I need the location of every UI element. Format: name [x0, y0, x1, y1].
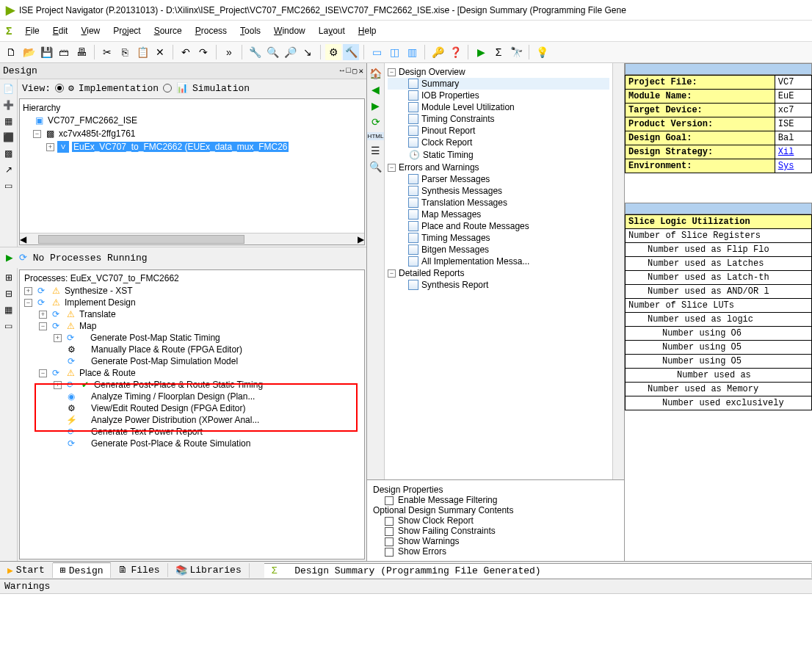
- menu-tools[interactable]: Tools: [240, 26, 261, 36]
- menu-layout[interactable]: Layout: [319, 26, 345, 36]
- menu-process[interactable]: Process: [195, 26, 227, 36]
- help-icon[interactable]: ❓: [447, 44, 463, 60]
- expand-icon[interactable]: +: [46, 143, 54, 151]
- collapse-icon[interactable]: −: [33, 130, 41, 138]
- impl-radio[interactable]: [55, 84, 64, 93]
- ov-item[interactable]: Synthesis Report: [388, 279, 609, 291]
- max-icon[interactable]: ▢: [352, 66, 358, 76]
- ov-summary[interactable]: Summary: [388, 78, 609, 90]
- back-icon[interactable]: ◀: [371, 84, 380, 95]
- home-icon[interactable]: 🏠: [369, 68, 382, 79]
- ov-item[interactable]: Timing Messages: [388, 232, 609, 244]
- launch-icon[interactable]: ↗: [2, 163, 15, 176]
- hscrollbar[interactable]: ◀▶: [20, 233, 364, 245]
- proc-gpm-sim[interactable]: ⟳Generate Post-Map Simulation Model: [21, 355, 363, 367]
- strip-icon[interactable]: ⊞: [2, 271, 15, 284]
- refresh-icon[interactable]: ⟳: [19, 252, 27, 264]
- print-icon[interactable]: 🖶: [73, 44, 90, 60]
- tab-start[interactable]: ▶Start: [0, 563, 53, 578]
- cut-icon[interactable]: ✂: [99, 44, 115, 60]
- proc-gppr-sim[interactable]: ⟳Generate Post-Place & Route Simulation: [21, 438, 363, 449]
- hammer-icon[interactable]: 🔨: [343, 44, 359, 60]
- redo-icon[interactable]: ↷: [195, 44, 211, 60]
- proc-impl[interactable]: −⟳⚠Implement Design: [21, 297, 363, 308]
- more-icon[interactable]: »: [221, 44, 237, 60]
- ov-item[interactable]: Bitgen Messages: [388, 244, 609, 256]
- chk-se[interactable]: Show Errors: [373, 546, 618, 557]
- chk-sfc[interactable]: Show Failing Constraints: [373, 526, 618, 536]
- strip-icon[interactable]: ⊟: [2, 287, 15, 300]
- grid-icon[interactable]: ▩: [2, 147, 15, 160]
- min-icon[interactable]: □: [346, 66, 351, 76]
- ov-item[interactable]: Map Messages: [388, 209, 609, 220]
- proc-map[interactable]: −⟳⚠Map: [21, 320, 363, 332]
- win2-icon[interactable]: ◫: [386, 44, 402, 60]
- device-node[interactable]: − ▩ xc7vx485t-2ffg1761: [23, 127, 361, 140]
- sigma-icon[interactable]: Σ: [6, 25, 12, 37]
- vscrollbar[interactable]: [612, 63, 624, 479]
- tab-files[interactable]: 🗎Files: [111, 563, 167, 577]
- tab-summary[interactable]: Σ Design Summary (Programming File Gener…: [264, 563, 812, 578]
- new-icon[interactable]: 🗋: [3, 44, 19, 60]
- doc-icon[interactable]: 📄: [2, 82, 15, 95]
- run-icon[interactable]: ▶: [473, 44, 489, 60]
- chip-icon[interactable]: ▦: [2, 115, 15, 128]
- ov-item[interactable]: Pinout Report: [388, 125, 609, 137]
- reload-icon[interactable]: ⟳: [371, 116, 380, 128]
- sigma2-icon[interactable]: Σ: [490, 44, 507, 60]
- strip-icon[interactable]: ▦: [2, 303, 15, 316]
- menu-file[interactable]: File: [25, 26, 39, 36]
- chk-sw[interactable]: Show Warnings: [373, 536, 618, 546]
- ov-item[interactable]: 🕒Static Timing: [388, 148, 609, 162]
- search2-icon[interactable]: 🔍: [369, 161, 382, 173]
- layout-icon[interactable]: ▭: [2, 179, 15, 192]
- processes-tree[interactable]: Processes: EuEx_VC707_to_FMC2662 +⟳⚠Synt…: [19, 269, 365, 559]
- goto-icon[interactable]: ↘: [300, 44, 316, 60]
- key-icon[interactable]: 🔑: [429, 44, 446, 60]
- critical-icon[interactable]: ⬛: [2, 131, 15, 144]
- win3-icon[interactable]: ▥: [404, 44, 420, 60]
- strip-icon[interactable]: ▭: [2, 319, 15, 333]
- sim-radio[interactable]: [163, 84, 172, 93]
- menu-help[interactable]: Help: [358, 26, 377, 36]
- proc-translate[interactable]: +⟳⚠Translate: [21, 308, 363, 320]
- proc-manual-pr[interactable]: ⚙Manually Place & Route (FPGA Editor): [21, 344, 363, 355]
- top-module-node[interactable]: + V EuEx_VC707_to_FMC2662 (EUEx_data_mux…: [23, 140, 361, 153]
- copy-icon[interactable]: ⎘: [117, 44, 133, 60]
- impl-icon[interactable]: ⚙: [325, 44, 341, 60]
- findfiles-icon[interactable]: 🔎: [282, 44, 298, 60]
- proc-par[interactable]: −⟳⚠Place & Route: [21, 367, 363, 379]
- add-icon[interactable]: ➕: [2, 98, 15, 112]
- chk-emf[interactable]: Enable Message Filtering: [373, 495, 618, 505]
- close-icon[interactable]: ✕: [358, 66, 363, 76]
- list-icon[interactable]: ☰: [371, 145, 380, 156]
- hierarchy-tree[interactable]: Hierarchy ▣ VC707_FMC2662_ISE − ▩ xc7vx4…: [19, 98, 365, 245]
- wrench-icon[interactable]: 🔧: [247, 44, 263, 60]
- delete-icon[interactable]: ✕: [152, 44, 168, 60]
- html-icon[interactable]: HTML: [367, 132, 384, 140]
- ov-det[interactable]: −Detailed Reports: [388, 267, 609, 279]
- ov-item[interactable]: Timing Constraints: [388, 113, 609, 125]
- saveall-icon[interactable]: 🗃: [56, 44, 72, 60]
- telescope-icon[interactable]: 🔭: [508, 44, 524, 60]
- run2-icon[interactable]: ▶: [6, 250, 13, 265]
- save-icon[interactable]: 💾: [38, 44, 54, 60]
- win1-icon[interactable]: ▭: [369, 44, 385, 60]
- ov-item[interactable]: Synthesis Messages: [388, 185, 609, 197]
- overview-tree[interactable]: −Design Overview Summary IOB Properties …: [385, 63, 612, 479]
- tab-libs[interactable]: 📚Libraries: [168, 563, 250, 578]
- ov-item[interactable]: Parser Messages: [388, 173, 609, 185]
- ov-root[interactable]: −Design Overview: [388, 66, 609, 78]
- ov-errs[interactable]: −Errors and Warnings: [388, 162, 609, 173]
- ov-item[interactable]: Translation Messages: [388, 197, 609, 209]
- menu-view[interactable]: View: [81, 26, 100, 36]
- tab-design[interactable]: ⊞Design: [53, 562, 112, 578]
- console-body[interactable]: [0, 593, 812, 652]
- proc-gpm-static[interactable]: +⟳Generate Post-Map Static Timing: [21, 332, 363, 344]
- proj-node[interactable]: ▣ VC707_FMC2662_ISE: [23, 114, 361, 127]
- undo-icon[interactable]: ↶: [178, 44, 194, 60]
- ov-item[interactable]: Clock Report: [388, 137, 609, 148]
- dock-icon[interactable]: ↔: [340, 66, 345, 76]
- bulb-icon[interactable]: 💡: [534, 44, 550, 60]
- menu-source[interactable]: Source: [154, 26, 182, 36]
